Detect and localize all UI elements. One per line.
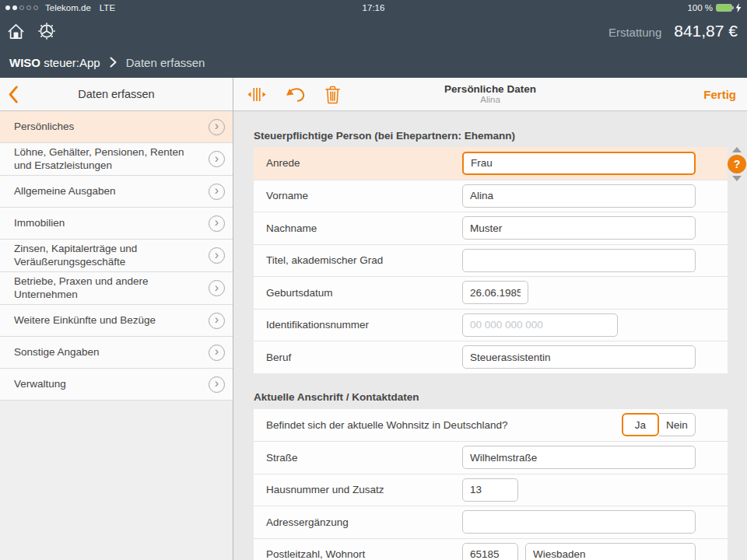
- anrede-input[interactable]: [462, 152, 696, 175]
- titel-input[interactable]: [462, 249, 696, 272]
- sidebar-item-sonstige-angaben[interactable]: Sonstige Angaben ›: [0, 337, 233, 369]
- carrier-label: Telekom.de: [45, 3, 91, 12]
- toolbar-icons: [241, 83, 345, 106]
- form-row-titel: Titel, akademischer Grad: [254, 244, 728, 277]
- app-screen: Telekom.de LTE 17:16 100 %: [0, 0, 747, 560]
- breadcrumb-chevron-icon: [110, 57, 117, 68]
- settings-button[interactable]: [37, 21, 57, 41]
- left-toolbar: Daten erfassen: [0, 78, 233, 111]
- sidebar-item-label: Allgemeine Ausgaben: [14, 185, 122, 198]
- sidebar-item-label: Betriebe, Praxen und andere Unternehmen: [14, 275, 209, 301]
- detail-title: Persönliche Daten: [444, 83, 536, 96]
- gear-icon: [37, 21, 57, 41]
- breadcrumb-app[interactable]: WISO steuer:App: [9, 56, 100, 69]
- chevron-right-icon: ›: [209, 184, 225, 200]
- nachname-input[interactable]: [462, 216, 696, 240]
- identifikationsnummer-label: Identifikationsnummer: [266, 319, 462, 331]
- sidebar-item-label: Verwaltung: [14, 378, 72, 391]
- person-card: Anrede Vorname Nachname Titel, akademisc…: [254, 147, 728, 373]
- form-row-vorname: Vorname: [254, 180, 728, 212]
- breadcrumb-current: Daten erfassen: [126, 56, 205, 69]
- form-row-adressergaenzung: Adressergänzung: [254, 506, 728, 538]
- chevron-right-icon: ›: [209, 280, 225, 296]
- main-split: Daten erfassen Persönliches › Löhne, Geh…: [0, 78, 747, 560]
- wohnsitz-ja-button[interactable]: Ja: [622, 413, 659, 436]
- wohnsitz-nein-button[interactable]: Nein: [659, 413, 696, 436]
- wohnsitz-label: Befindet sich der aktuelle Wohnsitz in D…: [266, 419, 622, 431]
- sidebar-item-betriebe[interactable]: Betriebe, Praxen und andere Unternehmen …: [0, 272, 233, 305]
- chevron-right-icon: ›: [209, 376, 225, 393]
- sidebar-item-weitere-einkuenfte[interactable]: Weitere Einkünfte und Bezüge ›: [0, 305, 233, 337]
- beruf-label: Beruf: [266, 352, 462, 363]
- left-pane: Daten erfassen Persönliches › Löhne, Geh…: [0, 78, 233, 560]
- adressergaenzung-label: Adressergänzung: [266, 516, 462, 528]
- refund-value: 841,87 €: [674, 22, 738, 40]
- beruf-input[interactable]: [462, 345, 696, 369]
- form-row-identifikationsnummer: Identifikationsnummer: [254, 309, 728, 341]
- anrede-label: Anrede: [266, 157, 462, 169]
- form-row-plz-wohnort: Postleitzahl, Wohnort: [254, 538, 728, 560]
- back-button[interactable]: [0, 82, 25, 107]
- form-row-beruf: Beruf: [254, 341, 728, 373]
- field-up-arrow-icon[interactable]: [732, 147, 742, 152]
- sidebar-item-label: Persönliches: [14, 121, 80, 134]
- plz-input[interactable]: [462, 543, 518, 560]
- delete-button[interactable]: [320, 83, 345, 106]
- help-pager: ?: [728, 147, 746, 181]
- nachname-label: Nachname: [266, 222, 462, 234]
- identifikationsnummer-input[interactable]: [462, 313, 618, 337]
- vorname-label: Vorname: [266, 190, 462, 201]
- panel-resize-button[interactable]: [241, 83, 272, 106]
- section-heading-person: Steuerpflichtige Person (bei Ehepartnern…: [254, 130, 728, 142]
- refund-label: Erstattung: [608, 26, 661, 39]
- charging-bolt-icon: [735, 3, 742, 12]
- panel-resize-icon: [246, 85, 268, 104]
- sidebar-item-label: Sonstige Angaben: [14, 346, 106, 359]
- done-button[interactable]: Fertig: [703, 88, 736, 101]
- detail-toolbar: Persönliche Daten Alina Fertig: [233, 78, 747, 111]
- field-down-arrow-icon[interactable]: [732, 176, 742, 181]
- adressergaenzung-input[interactable]: [462, 510, 696, 534]
- chevron-right-icon: ›: [209, 345, 225, 361]
- form-content: Steuerpflichtige Person (bei Ehepartnern…: [233, 111, 747, 560]
- detail-pane: Persönliche Daten Alina Fertig Steuerpfl…: [233, 78, 747, 560]
- home-icon: [6, 22, 26, 41]
- sidebar-item-label: Weitere Einkünfte und Bezüge: [14, 314, 162, 327]
- network-label: LTE: [100, 3, 115, 12]
- chevron-right-icon: ›: [209, 151, 225, 167]
- clock-label: 17:16: [363, 3, 385, 12]
- hausnummer-label: Hausnummer und Zusatz: [266, 484, 462, 495]
- form-row-strasse: Straße: [254, 441, 728, 474]
- form-row-geburtsdatum: Geburtsdatum: [254, 276, 728, 309]
- undo-icon: [285, 85, 307, 104]
- sidebar-item-zinsen[interactable]: Zinsen, Kapitalerträge und Veräußerungsg…: [0, 240, 233, 272]
- chevron-right-icon: ›: [209, 215, 225, 232]
- app-header: Erstattung 841,87 €: [0, 16, 747, 47]
- titel-label: Titel, akademischer Grad: [266, 254, 462, 266]
- vorname-input[interactable]: [462, 184, 696, 208]
- hausnummer-input[interactable]: [462, 478, 518, 502]
- sidebar-item-loehne[interactable]: Löhne, Gehälter, Pensionen, Renten und E…: [0, 143, 233, 176]
- geburtsdatum-label: Geburtsdatum: [266, 287, 462, 299]
- home-button[interactable]: [6, 22, 26, 41]
- strasse-input[interactable]: [462, 446, 696, 469]
- geburtsdatum-input[interactable]: [462, 281, 528, 304]
- form-row-anrede: Anrede: [254, 147, 728, 180]
- sidebar-item-immobilien[interactable]: Immobilien ›: [0, 208, 233, 240]
- section-heading-anschrift: Aktuelle Anschrift / Kontaktdaten: [254, 391, 728, 404]
- sidebar-item-persoenliches[interactable]: Persönliches ›: [0, 111, 233, 143]
- sidebar-item-allgemeine-ausgaben[interactable]: Allgemeine Ausgaben ›: [0, 176, 233, 208]
- battery-percent-label: 100 %: [687, 3, 713, 12]
- sidebar-item-label: Immobilien: [14, 217, 71, 230]
- sidebar-item-label: Löhne, Gehälter, Pensionen, Renten und E…: [14, 146, 209, 172]
- breadcrumb-app-bold: WISO: [9, 56, 40, 69]
- strasse-label: Straße: [266, 452, 462, 464]
- wohnort-input[interactable]: [525, 543, 696, 560]
- plz-wohnort-label: Postleitzahl, Wohnort: [266, 548, 462, 560]
- chevron-right-icon: ›: [209, 247, 225, 264]
- sidebar-item-verwaltung[interactable]: Verwaltung ›: [0, 369, 233, 401]
- undo-button[interactable]: [280, 83, 312, 106]
- help-button[interactable]: ?: [728, 155, 746, 173]
- status-left: Telekom.de LTE: [5, 3, 115, 12]
- breadcrumb-app-rest: steuer:App: [40, 56, 100, 69]
